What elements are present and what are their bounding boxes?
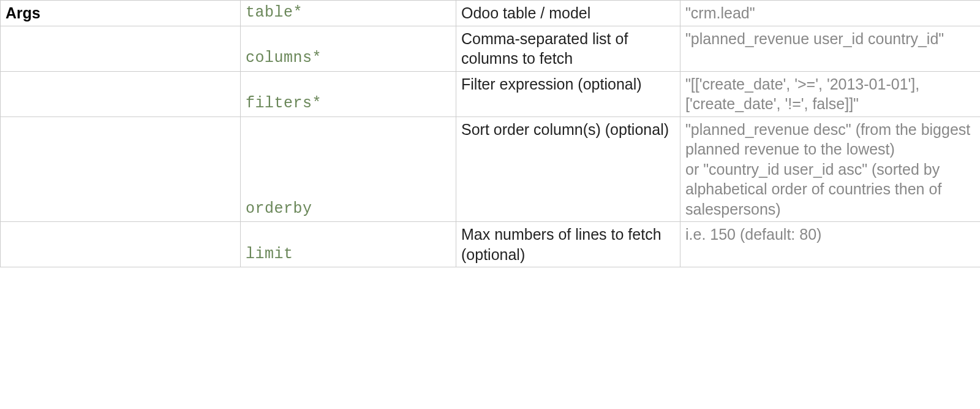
args-label-cell-empty	[1, 222, 241, 267]
param-example-cell: "[['create_date', '>=', '2013-01-01'],['…	[680, 71, 981, 117]
args-label-cell-empty	[1, 117, 241, 222]
args-label-cell-empty	[1, 26, 241, 71]
param-desc-cell: Comma-separated list of columns to fetch	[456, 26, 680, 71]
table-row: columns* Comma-separated list of columns…	[1, 26, 981, 71]
param-name-cell: columns*	[241, 26, 456, 71]
param-desc-cell: Max numbers of lines to fetch (optional)	[456, 222, 680, 267]
param-name-cell: limit	[241, 222, 456, 267]
table-row: filters* Filter expression (optional) "[…	[1, 71, 981, 117]
args-label-cell: Args	[1, 1, 241, 26]
param-name-cell: orderby	[241, 117, 456, 222]
table-row: orderby Sort order column(s) (optional) …	[1, 117, 981, 222]
param-example-cell: i.e. 150 (default: 80)	[680, 222, 981, 267]
param-desc-cell: Filter expression (optional)	[456, 71, 680, 117]
param-desc-cell: Odoo table / model	[456, 1, 680, 26]
param-example-cell: "planned_revenue desc" (from the biggest…	[680, 117, 981, 222]
table-row: Args table* Odoo table / model "crm.lead…	[1, 1, 981, 26]
table-row: limit Max numbers of lines to fetch (opt…	[1, 222, 981, 267]
param-example-cell: "planned_revenue user_id country_id"	[680, 26, 981, 71]
param-name-cell: table*	[241, 1, 456, 26]
args-table: Args table* Odoo table / model "crm.lead…	[0, 0, 980, 267]
param-name-cell: filters*	[241, 71, 456, 117]
param-example-cell: "crm.lead"	[680, 1, 981, 26]
args-label-cell-empty	[1, 71, 241, 117]
param-desc-cell: Sort order column(s) (optional)	[456, 117, 680, 222]
